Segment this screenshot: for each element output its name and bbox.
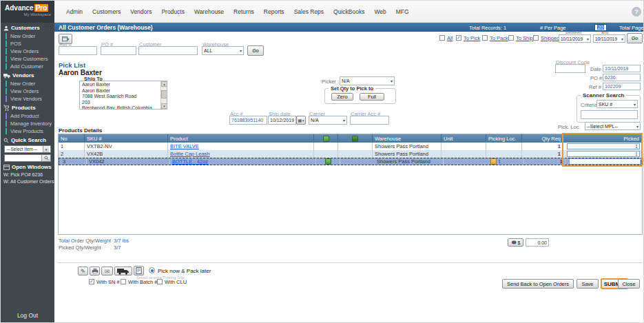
close-button[interactable]: Close [618,279,640,289]
full-button[interactable]: Full [360,93,384,101]
status-shipped-checkbox[interactable] [533,35,539,41]
table-row[interactable]: 2 VX42B Bottle Cap Leash Showers Pass Po… [59,150,642,158]
menu-products[interactable]: Products [161,8,185,15]
cell-sku: VX042 [87,158,170,165]
status-to-ship-checkbox[interactable] [508,35,514,41]
picked-input-focused[interactable] [569,158,642,165]
serial-indicator-icon [323,136,329,142]
table-row-selected[interactable]: 3 VX042 BOTTLE - 42oz Showers Pass Portl… [59,158,644,165]
sidebar-item-view-orders[interactable]: View Orders [6,48,39,54]
product-link[interactable]: BITE VALVE [170,143,199,149]
sidebar-item-vendors-view-orders[interactable]: View Orders [6,88,39,94]
person-icon [3,25,9,31]
send-back-button[interactable]: Send Back to Open Orders [502,279,574,289]
discount-code-input[interactable] [555,64,585,73]
product-link[interactable]: BOTTLE - 42oz [172,158,208,165]
sidebar-item-pos[interactable]: POS [6,41,21,47]
logout-button[interactable]: Log Out [1,312,54,319]
calendar-button[interactable]: ▦▾ [296,116,306,125]
ref-filter-input[interactable] [59,46,97,55]
menu-mfg[interactable]: MFG [396,8,409,15]
status-to-pick-checkbox[interactable]: ✓ [456,35,461,41]
date-to-select[interactable]: 10/11/2019▾ [593,34,625,43]
open-window-all-customer-orders[interactable]: W: All Customer Orders [3,179,54,184]
sidebar-section-customers[interactable]: Customers [3,25,40,31]
status-to-ship-label[interactable]: To Ship [516,35,533,41]
email-button[interactable]: ✉ [101,267,113,275]
menu-customers[interactable]: Customers [92,8,121,15]
menu-web[interactable]: Web [374,8,386,15]
status-to-pack-label[interactable]: To Pack [490,35,508,41]
sidebar-item-view-products[interactable]: View Products [6,128,43,134]
help-icon[interactable]: ? [632,7,641,17]
scroll-up-icon[interactable]: ▴ [161,81,167,87]
ship-button[interactable] [114,267,132,275]
po-filter-input[interactable] [101,46,136,55]
table-row[interactable]: 1 VXTB2-NV BITE VALVE Showers Pass Portl… [59,143,642,150]
currency-button[interactable]: $ [508,238,523,247]
picker-select[interactable]: N/A▾ [340,76,395,85]
with-sn-checkbox[interactable]: ✓ [89,279,94,284]
pick-loc-select[interactable]: --Select MPL--▾ [585,122,641,130]
amount-input[interactable] [526,238,549,247]
ship-date-input[interactable] [268,116,296,125]
picked-input[interactable] [567,151,640,157]
scroll-down-icon[interactable]: ▾ [161,103,167,109]
sidebar-item-view-customers[interactable]: View Customers [6,56,48,62]
sidebar-section-products[interactable]: Products [3,105,36,111]
menu-returns[interactable]: Returns [233,8,254,15]
sidebar-item-new-order[interactable]: New Order [6,33,35,39]
sidebar-item-manage-inventory[interactable]: Manage Inventory [6,121,52,127]
scanner-input[interactable] [581,110,638,119]
total-order-value: 3/7 lbs [114,238,129,244]
quick-search-input[interactable] [5,155,41,161]
quick-search-go-button[interactable] [41,155,50,161]
print-button[interactable] [90,267,100,275]
status-to-pack-checkbox[interactable] [482,35,488,41]
date-go-button[interactable]: Go [627,33,643,43]
quick-search-select[interactable]: ---Select Item--- ▾ [4,145,51,153]
menu-sales-reps[interactable]: Sales Reps [294,8,324,15]
cell-picking-loc [486,143,522,150]
sidebar-item-vendors-new-order[interactable]: New Order [6,81,35,87]
pick-pack-radio[interactable] [149,267,155,273]
status-all-checkbox[interactable] [439,35,445,41]
menu-quickbooks[interactable]: QuickBooks [333,8,364,15]
cell-warehouse: Showers Pass Portland [373,143,442,150]
criteria-select[interactable]: SKU #▾ [596,100,638,108]
carrier-select[interactable]: N/A▾ [309,116,347,125]
zero-button[interactable]: Zero [331,93,353,101]
with-batch-checkbox[interactable] [121,279,126,284]
picking-slip-print-button[interactable] [134,266,144,275]
edit-button[interactable]: ✎ [78,267,88,275]
picked-input[interactable] [567,143,640,149]
status-to-pick-label[interactable]: To Pick [464,35,480,41]
page-title: All Customer Orders (Warehouse) [59,24,153,31]
acc-input[interactable] [229,116,267,125]
status-all-label[interactable]: All [447,35,453,41]
col-no: No [59,134,85,143]
menu-reports[interactable]: Reports [264,8,284,15]
status-shipped-label[interactable]: Shipped [541,35,560,41]
menu-warehouse[interactable]: Warehouse [194,8,224,15]
save-button[interactable]: Save [577,279,599,289]
sidebar-item-add-product[interactable]: Add Product [6,113,39,119]
sidebar-item-view-vendors[interactable]: View Vendors [6,96,42,102]
open-window-pick-po[interactable]: W: Pick PO# 6236 [3,172,43,177]
with-clu-checkbox[interactable] [157,279,163,284]
filter-go-button[interactable]: Go [247,45,264,56]
menu-admin[interactable]: Admin [66,8,83,15]
product-link[interactable]: Bottle Cap Leash [170,151,210,157]
per-page-input[interactable]: 20 [594,24,607,31]
sidebar-section-vendors[interactable]: Vendors [3,72,34,79]
menu-vendors[interactable]: Vendors [130,8,152,15]
customer-filter-input[interactable] [138,46,198,55]
carrier-acc-input[interactable] [350,116,389,125]
ship-to-scrollbar[interactable]: ▴ ▾ [160,81,167,109]
date-from-select[interactable]: 10/11/2019▾ [559,34,591,43]
chevron-down-icon: ▾ [634,102,636,107]
scroll-thumb[interactable] [161,90,167,98]
ship-to-box[interactable]: Aaron Baxter Aaron Baxter 7088 West Saan… [79,81,167,110]
sidebar-item-add-customer[interactable]: Add Customer [6,63,43,70]
warehouse-filter-select[interactable]: ALL▾ [202,46,244,55]
